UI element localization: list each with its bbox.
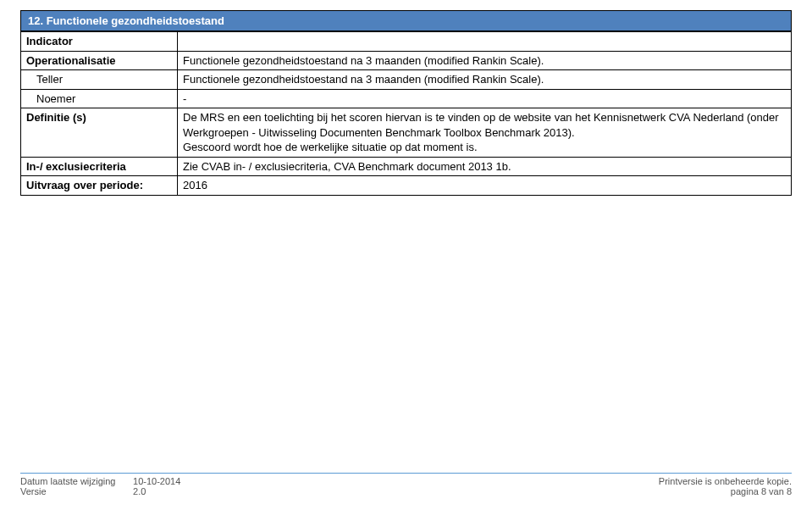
table-row: Teller Functionele gezondheidstoestand n…	[21, 70, 792, 90]
value-noemer: -	[178, 89, 792, 108]
table-row: In-/ exclusiecriteria Zie CVAB in- / exc…	[21, 157, 792, 176]
label-operationalisatie: Operationalisatie	[21, 51, 178, 70]
footer-date-value: 10-10-2014	[133, 476, 180, 486]
footer-warning: Printversie is onbeheerde kopie.	[659, 476, 792, 486]
footer-version-label: Versie	[20, 486, 130, 496]
value-inexcl: Zie CVAB in- / exclusiecriteria, CVA Ben…	[178, 157, 792, 176]
value-definitie: De MRS en een toelichting bij het scoren…	[178, 108, 792, 158]
label-indicator: Indicator	[21, 32, 178, 52]
table-row: Operationalisatie Functionele gezondheid…	[21, 51, 792, 70]
label-noemer: Noemer	[21, 89, 178, 108]
value-indicator	[178, 32, 792, 52]
value-uitvraag: 2016	[178, 176, 792, 196]
table-row: Indicator	[21, 32, 792, 52]
label-definitie: Definitie (s)	[21, 108, 178, 158]
label-uitvraag: Uitvraag over periode:	[21, 176, 178, 196]
table-row: Uitvraag over periode: 2016	[21, 176, 792, 196]
table-row: Noemer -	[21, 89, 792, 108]
footer-version-value: 2.0	[133, 486, 146, 496]
section-title: 12. Functionele gezondheidstoestand	[20, 10, 792, 31]
footer-date-label: Datum laatste wijziging	[20, 476, 130, 486]
label-inexcl: In-/ exclusiecriteria	[21, 157, 178, 176]
indicator-table: Indicator Operationalisatie Functionele …	[20, 31, 792, 196]
footer-page-number: pagina 8 van 8	[659, 486, 792, 496]
value-operationalisatie: Functionele gezondheidstoestand na 3 maa…	[178, 51, 792, 70]
table-row: Definitie (s) De MRS en een toelichting …	[21, 108, 792, 158]
page-footer: Datum laatste wijziging 10-10-2014 Versi…	[20, 473, 792, 496]
footer-version-row: Versie 2.0	[20, 486, 180, 496]
label-teller: Teller	[21, 70, 178, 90]
value-teller: Functionele gezondheidstoestand na 3 maa…	[178, 70, 792, 90]
footer-date-row: Datum laatste wijziging 10-10-2014	[20, 476, 180, 486]
